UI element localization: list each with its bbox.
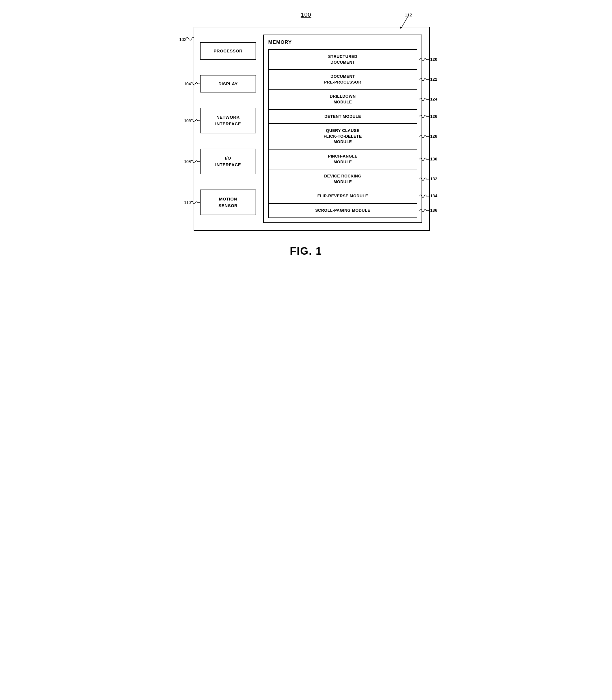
squiggle-128: [419, 133, 430, 140]
network-box: NETWORKINTERFACE: [200, 108, 256, 134]
memory-box: MEMORY STRUCTUREDDOCUMENT 120: [263, 34, 422, 223]
ref-120-group: 120: [419, 56, 437, 63]
diagram-inner: PROCESSOR DISPLAY 104: [200, 34, 422, 223]
diagram-container: 102 112 PROCESSOR: [176, 27, 436, 231]
outer-box: 112 PROCESSOR DIS: [194, 27, 430, 231]
squiggle-132: [419, 176, 430, 183]
module-doc-preprocessor: DOCUMENTPRE-PROCESSOR 122: [269, 70, 417, 89]
squiggle-106: [190, 117, 201, 124]
ref-134: 134: [430, 193, 437, 199]
svg-line-0: [401, 16, 408, 28]
ref-124: 124: [430, 97, 437, 102]
squiggle-136: [419, 207, 430, 214]
modules-box: STRUCTUREDDOCUMENT 120 DOCUMENTPRE-PROCE…: [268, 49, 417, 218]
left-nodes-column: PROCESSOR DISPLAY 104: [200, 34, 256, 223]
module-pinch-angle: PINCH-ANGLEMODULE 130: [269, 150, 417, 169]
ref-126: 126: [430, 114, 437, 120]
squiggle-120: [419, 56, 430, 63]
squiggle-122: [419, 76, 430, 83]
left-node-display: DISPLAY 104: [200, 75, 256, 93]
right-side: MEMORY STRUCTUREDDOCUMENT 120: [263, 34, 422, 223]
ref-136: 136: [430, 208, 437, 213]
squiggle-124: [419, 96, 430, 103]
ref-122: 122: [430, 76, 437, 82]
ref-132: 132: [430, 176, 437, 182]
ref-130: 130: [430, 156, 437, 162]
ref-132-group: 132: [419, 176, 437, 183]
squiggle-108: [190, 158, 201, 165]
ref-136-group: 136: [419, 207, 437, 214]
ref-120: 120: [430, 57, 437, 62]
ref-126-group: 126: [419, 113, 437, 120]
module-scroll-paging: SCROLL-PAGING MODULE 136: [269, 204, 417, 218]
module-detent: DETENT MODULE 126: [269, 110, 417, 124]
left-node-io: I/OINTERFACE 108: [200, 149, 256, 174]
ref-134-group: 134: [419, 193, 437, 200]
fig-label: FIG. 1: [290, 245, 322, 257]
module-query-clause: QUERY CLAUSEFLICK-TO-DELETEMODULE 128: [269, 124, 417, 150]
memory-title: MEMORY: [268, 40, 417, 45]
processor-box: PROCESSOR: [200, 42, 256, 60]
module-drilldown: DRILLDOWNMODULE 124: [269, 89, 417, 110]
squiggle-130: [419, 156, 430, 163]
arrow-112: [392, 14, 416, 30]
ref-128: 128: [430, 134, 437, 139]
module-flip-reverse: FLIP-REVERSE MODULE 134: [269, 189, 417, 204]
squiggle-134: [419, 193, 430, 200]
ref-128-group: 128: [419, 133, 437, 140]
squiggle-110: [190, 199, 201, 206]
module-structured-doc: STRUCTUREDDOCUMENT 120: [269, 50, 417, 70]
io-box: I/OINTERFACE: [200, 149, 256, 174]
left-node-processor: PROCESSOR: [200, 42, 256, 60]
squiggle-126: [419, 113, 430, 120]
left-node-motion: MOTIONSENSOR 110: [200, 190, 256, 215]
left-node-network: NETWORKINTERFACE 106: [200, 108, 256, 134]
ref-124-group: 124: [419, 96, 437, 103]
display-box: DISPLAY: [200, 75, 256, 93]
squiggle-104: [190, 80, 201, 87]
module-device-rocking: DEVICE ROCKINGMODULE 132: [269, 169, 417, 189]
ref-122-group: 122: [419, 76, 437, 83]
ref-130-group: 130: [419, 156, 437, 163]
motion-box: MOTIONSENSOR: [200, 190, 256, 215]
diagram-top-label: 100: [301, 12, 311, 18]
diagram-wrapper: 100 102 112 PROCESSOR: [176, 12, 436, 257]
